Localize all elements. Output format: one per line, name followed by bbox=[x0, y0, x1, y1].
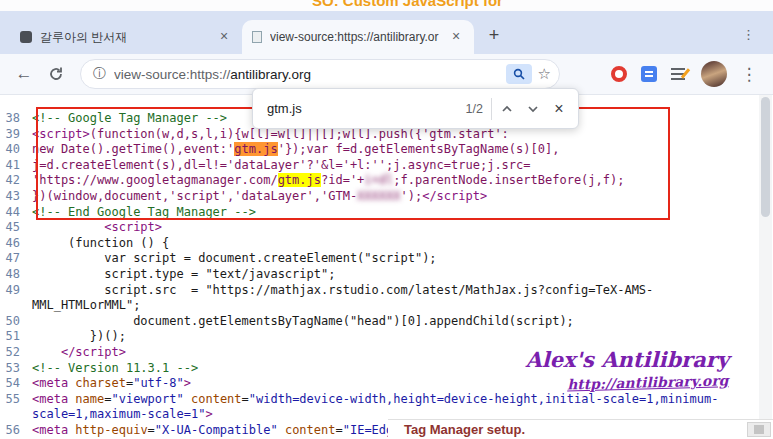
source-line: 55<meta name="viewport" content="width=d… bbox=[0, 392, 773, 408]
line-number: 53 bbox=[0, 361, 32, 377]
source-line: 47 var script = document.createElement("… bbox=[0, 251, 773, 267]
code-text: <!-- Version 11.3.1 --> bbox=[32, 361, 198, 377]
line-number: 50 bbox=[0, 314, 32, 330]
browser-menu-icon[interactable]: ⋮ bbox=[735, 60, 763, 88]
source-line: 50 document.getElementsByTagName("head")… bbox=[0, 314, 773, 330]
line-number: 44 bbox=[0, 205, 32, 221]
code-text: <meta http-equiv="X-UA-Compatible" conte… bbox=[32, 423, 415, 439]
page-info-icon[interactable]: ⓘ bbox=[93, 65, 106, 83]
line-number: 48 bbox=[0, 267, 32, 283]
extension-icon-notes-pencil[interactable] bbox=[671, 68, 685, 80]
line-number: 49 bbox=[0, 283, 32, 299]
watermark-url: http://antilibrary.org bbox=[525, 372, 729, 393]
screen: SO: Custom JavaScript for 갈루아의 반서재 × vie… bbox=[0, 0, 773, 439]
magnifier-icon bbox=[513, 68, 525, 80]
source-line: 49 script.src = "https://mathjax.rstudio… bbox=[0, 283, 773, 299]
code-text: <meta name="viewport" content="width=dev… bbox=[32, 392, 718, 408]
find-divider bbox=[491, 98, 492, 120]
line-number: 46 bbox=[0, 236, 32, 252]
source-line: MML_HTMLorMML"; bbox=[0, 298, 773, 314]
code-text: <script> bbox=[32, 220, 162, 236]
find-in-page-indicator-icon[interactable] bbox=[506, 64, 532, 84]
content-scrollbar[interactable] bbox=[759, 95, 772, 419]
line-number bbox=[0, 407, 32, 423]
line-number: 45 bbox=[0, 220, 32, 236]
find-match-count: 1/2 bbox=[466, 102, 483, 116]
code-text: j=d.createElement(s),dl=l!='dataLayer'?'… bbox=[32, 158, 531, 174]
background-window-top-edge: SO: Custom JavaScript for bbox=[0, 0, 773, 11]
extension-icon-blue[interactable] bbox=[641, 66, 657, 82]
code-text: script.type = "text/javascript"; bbox=[32, 267, 335, 283]
reload-button[interactable] bbox=[42, 60, 70, 88]
code-text: </script> bbox=[32, 345, 126, 361]
line-number: 55 bbox=[0, 392, 32, 408]
find-next-icon[interactable] bbox=[520, 96, 546, 122]
background-scrollbar-corner bbox=[747, 422, 771, 437]
source-line: 43})(window,document,'script','dataLayer… bbox=[0, 189, 773, 205]
find-previous-icon[interactable] bbox=[494, 96, 520, 122]
code-text: <!-- Google Tag Manager --> bbox=[32, 111, 227, 127]
line-number: 54 bbox=[0, 376, 32, 392]
url-text: view-source:https://antilibrary.org bbox=[114, 67, 506, 82]
tab-close-icon[interactable]: × bbox=[448, 29, 464, 45]
new-tab-button[interactable]: + bbox=[480, 22, 508, 50]
source-line: 48 script.type = "text/javascript"; bbox=[0, 267, 773, 283]
profile-avatar[interactable] bbox=[701, 61, 727, 87]
line-number: 56 bbox=[0, 423, 32, 439]
tab-view-source[interactable]: view-source:https://antilibrary.or × bbox=[242, 20, 474, 54]
line-number: 39 bbox=[0, 127, 32, 143]
tab-title: 갈루아의 반서재 bbox=[40, 29, 208, 46]
address-bar[interactable]: ⓘ view-source:https://antilibrary.org ☆ bbox=[80, 59, 560, 89]
find-input[interactable]: gtm.js bbox=[267, 101, 458, 116]
code-text: new Date().getTime(),event:'gtm.js'});va… bbox=[32, 142, 559, 158]
watermark: Alex's Antilibrary http://antilibrary.or… bbox=[525, 347, 729, 391]
code-text: })(window,document,'script','dataLayer',… bbox=[32, 189, 487, 205]
source-line: 40new Date().getTime(),event:'gtm.js'});… bbox=[0, 142, 773, 158]
code-text: scale=1,maximum-scale=1"> bbox=[32, 407, 213, 423]
extension-icon-red-ring[interactable] bbox=[611, 66, 627, 82]
code-text: })(); bbox=[32, 329, 126, 345]
code-text: document.getElementsByTagName("head")[0]… bbox=[32, 314, 574, 330]
scrollbar-thumb[interactable] bbox=[761, 97, 770, 217]
watermark-title: Alex's Antilibrary bbox=[525, 347, 729, 372]
bookmark-star-icon[interactable]: ☆ bbox=[538, 65, 551, 83]
find-bar: gtm.js 1/2 × bbox=[252, 88, 579, 129]
background-window-heading: SO: Custom JavaScript for bbox=[312, 0, 503, 9]
source-line: 44<!-- End Google Tag Manager --> bbox=[0, 205, 773, 221]
code-text: script.src = "https://mathjax.rstudio.co… bbox=[32, 283, 653, 299]
line-number: 47 bbox=[0, 251, 32, 267]
source-line: 45 <script> bbox=[0, 220, 773, 236]
line-number: 41 bbox=[0, 158, 32, 174]
find-close-icon[interactable]: × bbox=[546, 96, 572, 122]
line-number: 51 bbox=[0, 329, 32, 345]
source-line: 41j=d.createElement(s),dl=l!='dataLayer'… bbox=[0, 158, 773, 174]
source-line: 46 (function () { bbox=[0, 236, 773, 252]
tab-strip: 갈루아의 반서재 × view-source:https://antilibra… bbox=[0, 11, 773, 54]
code-text: MML_HTMLorMML"; bbox=[32, 298, 140, 314]
line-number: 40 bbox=[0, 142, 32, 158]
line-number: 38 bbox=[0, 111, 32, 127]
view-source-favicon-icon bbox=[252, 31, 262, 43]
tab-close-icon[interactable]: × bbox=[216, 29, 232, 45]
source-line: 42'https://www.googletagmanager.com/gtm.… bbox=[0, 173, 773, 189]
code-text: 'https://www.googletagmanager.com/gtm.js… bbox=[32, 173, 624, 189]
blog-favicon-icon bbox=[20, 31, 32, 43]
code-text: <meta charset="utf-8"> bbox=[32, 376, 191, 392]
tab-title: view-source:https://antilibrary.or bbox=[270, 30, 440, 44]
line-number: 52 bbox=[0, 345, 32, 361]
line-number bbox=[0, 298, 32, 314]
line-number: 43 bbox=[0, 189, 32, 205]
code-text: <!-- End Google Tag Manager --> bbox=[32, 205, 256, 221]
back-button[interactable]: ← bbox=[10, 60, 38, 88]
url-scheme: view-source:https:// bbox=[114, 67, 230, 82]
code-text: var script = document.createElement("scr… bbox=[32, 251, 437, 267]
tab-blog[interactable]: 갈루아의 반서재 × bbox=[10, 20, 242, 54]
source-line: 51 })(); bbox=[0, 329, 773, 345]
background-window-bottom: Tag Manager setup. bbox=[388, 419, 773, 439]
reload-icon bbox=[48, 66, 64, 82]
background-window-text: Tag Manager setup. bbox=[404, 422, 525, 437]
tab-strip-menu-icon[interactable]: ⋮ bbox=[742, 27, 755, 42]
code-text: (function () { bbox=[32, 236, 169, 252]
line-number: 42 bbox=[0, 173, 32, 189]
url-host: antilibrary.org bbox=[230, 67, 311, 82]
